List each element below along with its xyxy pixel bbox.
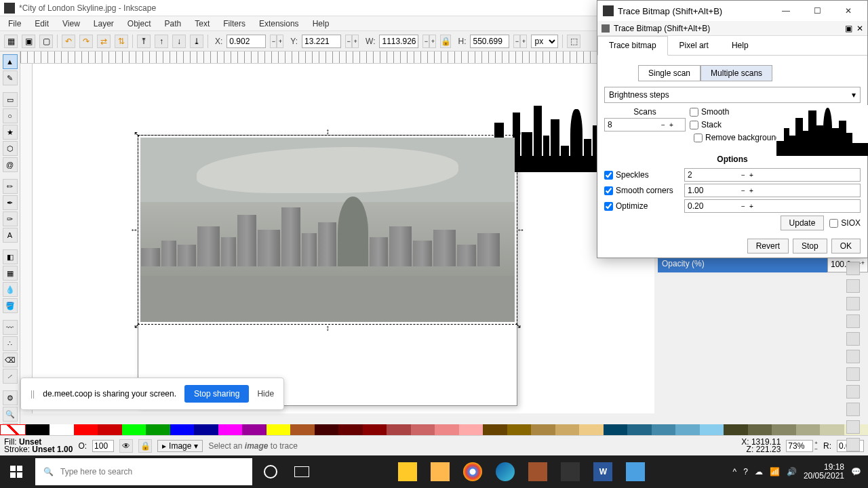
swatch[interactable] [194,424,218,435]
pencil-tool[interactable]: ✏ [3,179,18,194]
swatch[interactable] [242,424,267,435]
tab-trace-bitmap[interactable]: Trace bitmap [597,36,668,56]
dialog-panel-tab[interactable]: Trace Bitmap (Shift+Alt+B) ▣ ✕ [597,21,867,36]
speckles-input[interactable] [685,170,739,180]
taskbar-files[interactable] [425,455,456,488]
raise-btn[interactable]: ↑ [155,35,168,48]
menu-file[interactable]: File [3,18,26,30]
stop-button[interactable]: Stop [793,239,827,253]
tray-chevron-icon[interactable]: ^ [733,467,737,476]
handle-e[interactable]: ↔ [517,226,524,233]
scans-dec[interactable]: − [659,121,667,129]
hide-button[interactable]: Hide [257,389,274,399]
swatch[interactable] [748,424,772,435]
taskbar-word[interactable]: W [587,455,618,488]
swatch[interactable] [387,424,411,435]
optimize-checkbox[interactable] [604,202,613,211]
tray-clock[interactable]: 19:1820/05/2021 [804,463,844,481]
taskbar-search[interactable]: 🔍 Type here to search [35,458,252,485]
tab-help[interactable]: Help [720,36,760,55]
taskbar-explorer[interactable] [392,455,423,488]
handle-nw[interactable]: ↖ [134,131,140,138]
deselect-btn[interactable]: ▢ [39,35,53,48]
swatch[interactable] [170,424,195,435]
smooth-corners-checkbox[interactable] [604,186,613,195]
swatch[interactable] [507,424,532,435]
smooth-corners-input[interactable] [685,186,739,195]
ruler-horizontal[interactable] [20,52,654,64]
fill-stroke-indicator[interactable]: Fill: Unset Stroke: Unset 1.00 [4,439,73,453]
tray-wifi-icon[interactable]: 📶 [770,467,780,476]
swatch[interactable] [267,424,291,435]
x-inc[interactable]: + [277,35,283,48]
swatch[interactable] [338,424,363,435]
3dbox-tool[interactable]: ⬡ [3,141,18,156]
scans-input[interactable] [605,120,659,129]
swatch[interactable] [218,424,243,435]
task-view-icon[interactable] [286,455,317,488]
spray-tool[interactable]: ∴ [3,336,18,351]
panel-float-icon[interactable]: ▣ [845,24,852,33]
tray-help-icon[interactable]: ? [743,467,748,476]
taskbar-app1[interactable] [522,455,553,488]
eraser-tool[interactable]: ⌫ [3,352,18,367]
lower-btn[interactable]: ↓ [172,35,186,48]
lower-bottom-btn[interactable]: ⤓ [190,35,203,48]
tab-pixel-art[interactable]: Pixel art [668,36,720,55]
x-dec[interactable]: − [270,35,277,48]
swatch[interactable] [796,424,821,435]
swatch[interactable] [411,424,435,435]
zoom-input[interactable] [786,440,813,452]
handle-w[interactable]: ↔ [131,226,138,233]
update-button[interactable]: Update [781,216,825,230]
h-input[interactable] [470,35,509,48]
layer-selector[interactable]: ▸Image▾ [157,440,203,452]
menu-text[interactable]: Text [189,18,215,30]
zoom-page-icon[interactable] [846,297,860,310]
fill-stroke-icon[interactable] [846,420,860,434]
siox-checkbox[interactable] [829,219,838,228]
zoom-1to1-icon[interactable] [846,279,860,293]
swatch[interactable] [146,424,170,435]
gradient-tool[interactable]: ◧ [3,249,18,264]
raise-top-btn[interactable]: ⤒ [137,35,151,48]
zoom-fit-icon[interactable] [846,262,860,275]
ok-button[interactable]: OK [831,239,861,253]
calligraphy-tool[interactable]: ✑ [3,211,18,226]
menu-view[interactable]: View [57,18,85,30]
handle-s[interactable]: ↕ [324,325,331,331]
lpe-tool[interactable]: ⚙ [3,390,18,405]
spiral-tool[interactable]: @ [3,157,18,172]
bezier-tool[interactable]: ✒ [3,195,18,210]
menu-help[interactable]: Help [307,18,335,30]
tray-onedrive-icon[interactable]: ☁ [755,467,763,476]
tray-notifications-icon[interactable]: 💬 [851,467,861,476]
swatch[interactable] [604,424,628,435]
speckles-checkbox[interactable] [604,171,613,180]
system-tray[interactable]: ^ ? ☁ 📶 🔊 19:1820/05/2021 💬 [726,463,868,481]
multiple-scans-option[interactable]: Multiple scans [701,65,772,81]
selector-tool[interactable]: ▲ [3,54,18,69]
selected-image[interactable]: ↖ ↕ ↗ ↔ ↔ ↙ ↕ ↘ [138,135,517,325]
clone-icon[interactable] [846,367,860,381]
menu-path[interactable]: Path [159,18,187,30]
mesh-tool[interactable]: ▦ [3,266,18,281]
group-icon[interactable] [846,385,860,399]
taskbar-edge[interactable] [490,455,521,488]
swatch[interactable] [26,424,50,435]
flip-v-btn[interactable]: ⇅ [115,35,128,48]
revert-button[interactable]: Revert [747,239,789,253]
lock-ratio-btn[interactable]: 🔒 [440,35,451,48]
handle-ne[interactable]: ↗ [515,131,521,138]
star-tool[interactable]: ★ [3,125,18,140]
canvas[interactable]: ↖ ↕ ↗ ↔ ↔ ↙ ↕ ↘ [33,64,654,413]
trace-method-dropdown[interactable]: Brightness steps▾ [604,87,861,103]
tweak-tool[interactable]: 〰 [3,320,18,335]
swatch[interactable] [700,424,724,435]
y-inc[interactable]: + [352,35,359,48]
taskbar-inkscape[interactable] [555,455,586,488]
swatch[interactable] [483,424,507,435]
swatch[interactable] [74,424,98,435]
flip-h-btn[interactable]: ⇄ [97,35,111,48]
remove-background-checkbox[interactable] [694,134,703,142]
